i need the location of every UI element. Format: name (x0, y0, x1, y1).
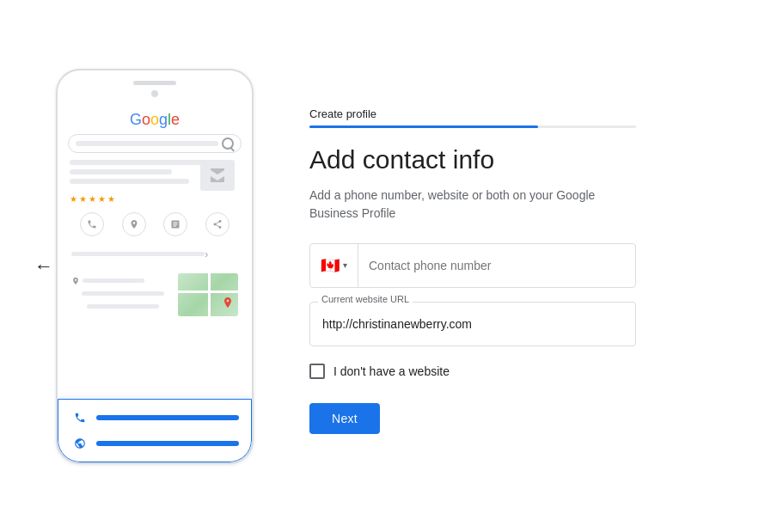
no-website-checkbox[interactable] (309, 364, 325, 379)
website-url-input[interactable] (309, 302, 636, 346)
phone-input-row: 🇨🇦 ▾ (309, 243, 636, 288)
progress-section: Create profile (309, 107, 743, 128)
progress-title: Create profile (309, 107, 743, 120)
url-field-wrapper: Current website URL (309, 302, 636, 346)
form-section: Create profile Add contact info Add a ph… (309, 99, 743, 434)
panel-globe-icon (70, 434, 89, 453)
no-website-label[interactable]: I don't have a website (333, 364, 450, 378)
map-section (64, 270, 245, 320)
next-button[interactable]: Next (309, 403, 380, 434)
progress-bar-track (309, 125, 636, 128)
chevron-down-icon: ▾ (343, 260, 347, 270)
url-label: Current website URL (318, 294, 413, 304)
stars-row: ★★★★★ (70, 194, 240, 204)
progress-bar-fill (309, 125, 538, 128)
checkbox-row: I don't have a website (309, 364, 743, 379)
phone-bottom-panel (58, 399, 252, 462)
search-bar-mock (68, 134, 242, 153)
page-title: Add contact info (309, 145, 743, 174)
phone-mockup: Google (34, 69, 275, 464)
search-icon (222, 138, 234, 150)
phone-content-lines: › (64, 245, 245, 268)
phone-number-input[interactable] (358, 244, 635, 287)
flag-selector[interactable]: 🇨🇦 ▾ (310, 244, 358, 287)
action-icons-row (64, 207, 245, 242)
page-description: Add a phone number, website or both on y… (309, 187, 619, 223)
panel-phone-icon (70, 408, 89, 427)
google-logo: Google (64, 111, 245, 129)
flag-emoji: 🇨🇦 (321, 256, 340, 275)
shop-icon (200, 160, 235, 191)
